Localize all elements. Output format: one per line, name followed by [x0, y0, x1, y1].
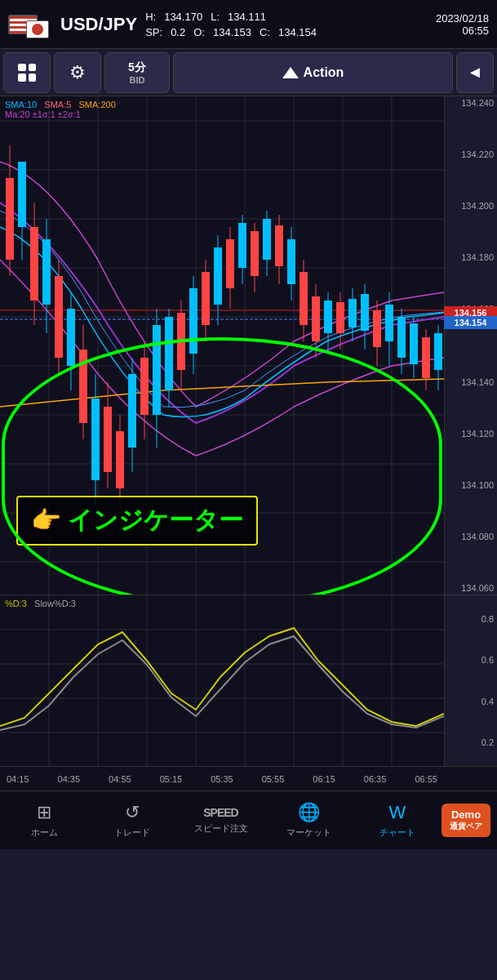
svg-rect-89	[422, 337, 430, 378]
sma10-label: SMA:10	[5, 100, 37, 109]
currency-pair: USD/JPY	[60, 14, 137, 35]
demo-button[interactable]: Demo 通貨ペア	[442, 804, 490, 837]
action-button[interactable]: Action	[173, 52, 453, 93]
osc-y-label-04: 0.4	[448, 697, 494, 706]
low-label: L:	[211, 11, 220, 23]
svg-rect-35	[91, 399, 100, 480]
svg-rect-87	[410, 323, 418, 364]
price-level-0: 134.240	[448, 98, 494, 108]
time-label-0515: 05:15	[160, 774, 183, 784]
price-level-3: 134.180	[448, 252, 494, 262]
time-label-0535: 05:35	[211, 774, 233, 784]
action-triangle-icon	[282, 67, 299, 78]
back-button[interactable]: ◄	[456, 52, 494, 93]
time-label-0455: 04:55	[109, 774, 131, 784]
svg-rect-39	[116, 431, 124, 488]
gear-icon: ⚙	[69, 62, 86, 83]
header: USD/JPY H: 134.170 L: 134.111 SP: 0.2 O:…	[0, 0, 497, 49]
svg-rect-53	[202, 272, 210, 325]
price-level-5: 134.140	[448, 377, 494, 387]
oscillator-chart: %D:3 Slow%D:3 0.8 0.6 0.4 0.2	[0, 595, 497, 766]
svg-rect-83	[385, 305, 393, 341]
time-label-0615: 06:15	[313, 774, 335, 784]
indicator-labels: SMA:10 SMA:5 SMA:200 Ma:20 ±1σ:1 ±2σ:1	[5, 100, 116, 119]
svg-rect-29	[55, 276, 63, 358]
nav-trade[interactable]: ↺ トレード	[88, 791, 176, 849]
svg-rect-43	[140, 358, 149, 415]
speed-label: スピード注文	[194, 822, 248, 835]
market-label: マーケット	[286, 826, 331, 839]
svg-rect-75	[336, 302, 344, 333]
grid-button[interactable]	[3, 52, 51, 93]
back-icon: ◄	[467, 63, 483, 82]
datetime: 2023/02/18 06:55	[436, 12, 489, 37]
nav-market[interactable]: 🌐 マーケット	[265, 791, 353, 849]
time-label-0635: 06:35	[364, 774, 387, 784]
svg-rect-55	[214, 247, 222, 305]
svg-rect-49	[177, 313, 185, 370]
sma5-label: SMA:5	[44, 100, 71, 109]
time-label-0415: 04:15	[7, 774, 29, 784]
market-icon: 🌐	[298, 802, 320, 823]
nav-speed[interactable]: SPEED スピード注文	[176, 791, 264, 849]
time-label-0435: 04:35	[58, 774, 81, 784]
timeframe-button[interactable]: 5分 BID	[104, 52, 170, 93]
svg-rect-91	[434, 333, 442, 370]
nav-chart[interactable]: W チャート	[353, 791, 442, 849]
chart-label: チャート	[379, 826, 415, 839]
close-value: 134.154	[278, 26, 317, 38]
svg-rect-61	[251, 231, 259, 276]
osc-y-label-02: 0.2	[448, 737, 494, 747]
pct-d-label: %D:3	[5, 599, 27, 608]
nav-home[interactable]: ⊞ ホーム	[0, 791, 88, 849]
price-level-8: 134.080	[448, 532, 494, 541]
trade-icon: ↺	[125, 802, 140, 823]
svg-rect-65	[275, 225, 283, 266]
home-icon: ⊞	[37, 802, 51, 823]
svg-rect-33	[79, 350, 87, 423]
osc-y-label-08: 0.8	[448, 614, 494, 624]
svg-rect-45	[153, 325, 161, 415]
home-label: ホーム	[31, 826, 58, 839]
toolbar: ⚙ 5分 BID Action ◄	[0, 49, 497, 96]
price-level-9: 134.060	[448, 583, 494, 593]
demo-currency-group: Demo 通貨ペア	[442, 804, 494, 837]
svg-rect-25	[30, 227, 38, 301]
trade-label: トレード	[114, 826, 150, 839]
svg-rect-85	[397, 317, 406, 358]
main-chart: SMA:10 SMA:5 SMA:200 Ma:20 ±1σ:1 ±2σ:1	[0, 96, 497, 595]
time-label-0655: 06:55	[415, 774, 437, 784]
currency-pair-label: 通貨ペア	[450, 821, 482, 832]
svg-rect-41	[128, 374, 136, 448]
ma20-label: Ma:20	[5, 109, 30, 119]
price-level-1: 134.220	[448, 149, 494, 159]
time-label-0555: 05:55	[262, 774, 285, 784]
time-axis-inner: 04:15 04:35 04:55 05:15 05:35 05:55 06:1…	[0, 774, 444, 784]
timeframe-value: 5分	[128, 60, 146, 75]
svg-rect-21	[6, 178, 14, 260]
svg-rect-71	[312, 296, 320, 341]
svg-rect-51	[189, 288, 197, 354]
svg-rect-47	[165, 317, 173, 390]
time: 06:55	[436, 24, 489, 37]
bid-label: BID	[130, 75, 145, 85]
svg-rect-57	[226, 239, 234, 288]
price-info: H: 134.170 L: 134.111 SP: 0.2 O: 134.153…	[145, 11, 436, 38]
jp-flag-icon	[26, 20, 49, 38]
low-value: 134.111	[228, 11, 266, 23]
settings-button[interactable]: ⚙	[54, 52, 101, 93]
svg-rect-67	[287, 239, 295, 284]
annotation-text: インジケーター	[68, 506, 243, 533]
open-value: 134.153	[213, 26, 251, 38]
svg-rect-37	[104, 407, 112, 472]
svg-rect-79	[361, 294, 369, 331]
svg-rect-23	[18, 162, 26, 227]
chart-icon: W	[389, 802, 406, 823]
oscillator-svg	[0, 595, 444, 766]
slow-pct-d-label: Slow%D:3	[34, 599, 76, 608]
oscillator-labels: %D:3 Slow%D:3	[5, 599, 76, 608]
annotation-emoji: 👉	[31, 506, 61, 533]
high-label: H:	[145, 11, 156, 23]
action-label: Action	[304, 65, 344, 80]
sma200-label: SMA:200	[79, 100, 116, 109]
